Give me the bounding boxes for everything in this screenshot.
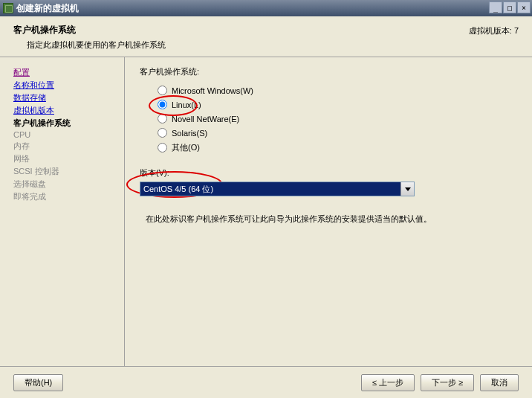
sidebar-item-vmversion[interactable]: 虚拟机版本 (13, 104, 111, 117)
radio-windows[interactable] (158, 86, 167, 95)
back-button[interactable]: ≤ 上一步 (361, 374, 415, 391)
radio-linux[interactable] (158, 100, 167, 109)
next-button[interactable]: 下一步 ≥ (421, 374, 474, 391)
radio-label-other: 其他(O) (172, 142, 200, 153)
radio-label-linux: Linux(L) (172, 100, 201, 109)
window-controls: _ □ × (488, 1, 531, 13)
version-label: 版本(V): (140, 167, 517, 179)
title-bar: 创建新的虚拟机 _ □ × (0, 0, 532, 16)
radio-row-windows[interactable]: Microsoft Windows(W) (158, 83, 517, 97)
footer: 帮助(H) ≤ 上一步 下一步 ≥ 取消 (0, 366, 532, 398)
sidebar-item-guestos[interactable]: 客户机操作系统 (13, 117, 111, 129)
radio-row-netware[interactable]: Novell NetWare(E) (158, 112, 517, 126)
wizard-sidebar: 配置 名称和位置 数据存储 虚拟机版本 客户机操作系统 CPU 内存 网络 SC… (0, 57, 125, 366)
sidebar-item-finish: 即将完成 (13, 190, 111, 203)
cancel-button[interactable]: 取消 (480, 374, 519, 391)
os-radio-group: Microsoft Windows(W) Linux(L) Novell Net… (158, 83, 517, 155)
header-subtitle: 指定此虚拟机要使用的客户机操作系统 (27, 39, 519, 51)
version-select-row: CentOS 4/5 (64 位) (140, 182, 517, 196)
content-area: 配置 名称和位置 数据存储 虚拟机版本 客户机操作系统 CPU 内存 网络 SC… (0, 57, 532, 366)
sidebar-item-config[interactable]: 配置 (13, 66, 111, 79)
header-area: 客户机操作系统 指定此虚拟机要使用的客户机操作系统 虚拟机版本: 7 (0, 16, 532, 57)
sidebar-item-cpu: CPU (13, 129, 111, 140)
sidebar-item-network: 网络 (13, 153, 111, 165)
minimize-button[interactable]: _ (489, 1, 502, 13)
radio-label-solaris: Solaris(S) (172, 129, 207, 138)
help-button[interactable]: 帮助(H) (13, 374, 63, 391)
main-panel: 客户机操作系统: Microsoft Windows(W) Linux(L) N… (125, 57, 532, 366)
sidebar-item-scsi: SCSI 控制器 (13, 165, 111, 178)
app-icon (3, 3, 13, 13)
vm-version-label: 虚拟机版本: 7 (469, 25, 519, 36)
radio-label-windows: Microsoft Windows(W) (172, 86, 253, 95)
radio-label-netware: Novell NetWare(E) (172, 115, 239, 123)
radio-other[interactable] (158, 143, 167, 153)
radio-row-linux[interactable]: Linux(L) (158, 97, 517, 112)
radio-row-other[interactable]: 其他(O) (158, 140, 517, 155)
header-title: 客户机操作系统 (13, 24, 519, 36)
sidebar-item-storage[interactable]: 数据存储 (13, 92, 111, 104)
sidebar-item-name[interactable]: 名称和位置 (13, 79, 111, 92)
version-select[interactable]: CentOS 4/5 (64 位) (140, 182, 415, 196)
window-title: 创建新的虚拟机 (16, 2, 79, 15)
os-section-label: 客户机操作系统: (140, 66, 517, 77)
close-button[interactable]: × (517, 1, 531, 13)
hint-text: 在此处标识客户机操作系统可让此向导为此操作系统的安装提供适当的默认值。 (146, 213, 517, 226)
radio-row-solaris[interactable]: Solaris(S) (158, 126, 517, 140)
maximize-button[interactable]: □ (503, 1, 516, 13)
version-selected-text: CentOS 4/5 (64 位) (143, 184, 213, 195)
dropdown-arrow-icon[interactable] (400, 182, 414, 196)
sidebar-item-memory: 内存 (13, 140, 111, 153)
sidebar-item-disk: 选择磁盘 (13, 178, 111, 190)
radio-netware[interactable] (158, 114, 167, 123)
radio-solaris[interactable] (158, 128, 167, 138)
